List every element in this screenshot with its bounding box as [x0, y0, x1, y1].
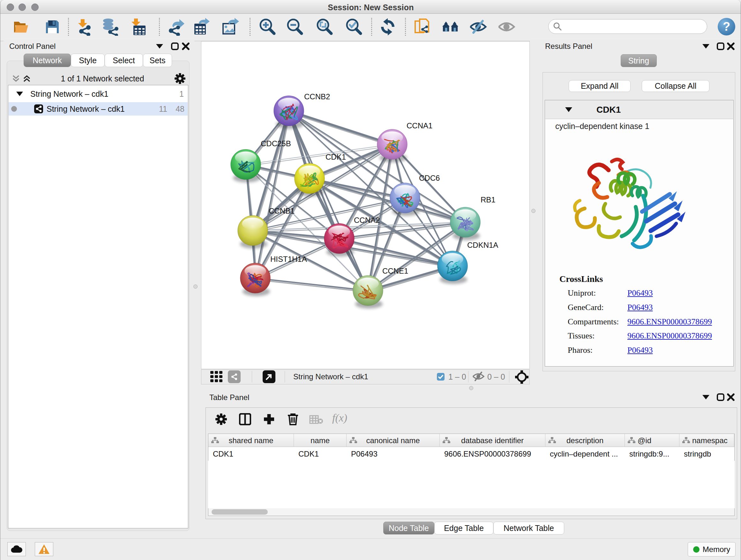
results-panel-maximize-icon[interactable] — [716, 42, 725, 51]
column-header-canonical-name[interactable]: canonical name — [347, 434, 440, 447]
zoom-in-icon[interactable] — [258, 17, 276, 36]
column-header-name[interactable]: name — [294, 434, 347, 447]
control-panel-close-icon[interactable] — [181, 42, 191, 51]
application-window: Session: New Session — [0, 0, 741, 560]
table-hscrollbar-thumb[interactable] — [212, 509, 268, 515]
import-table-file-icon[interactable] — [129, 17, 147, 36]
network-node-CDKN1A — [437, 251, 468, 284]
column-header-database-identifier[interactable]: database identifier — [440, 434, 545, 447]
tab-sets[interactable]: Sets — [143, 54, 172, 67]
netbar-separator — [509, 371, 509, 382]
warning-button[interactable] — [35, 542, 53, 556]
show-all-icon[interactable] — [442, 17, 460, 36]
control-panel-maximize-icon[interactable] — [170, 42, 180, 51]
export-table-icon[interactable] — [193, 17, 211, 36]
expand-all-button[interactable]: Expand All — [569, 80, 630, 92]
column-type-icon — [442, 437, 451, 444]
memory-button[interactable]: Memory — [688, 542, 736, 557]
open-file-icon[interactable] — [12, 17, 30, 36]
expand-all-networks-icon[interactable] — [23, 74, 31, 83]
export-network-icon[interactable] — [168, 17, 186, 36]
node-label-HIST1H1A: HIST1H1A — [270, 255, 307, 263]
open-in-window-icon[interactable] — [263, 370, 275, 383]
collection-expander-icon[interactable] — [16, 91, 23, 96]
netbar-separator — [285, 371, 285, 382]
tab-node-table[interactable]: Node Table — [383, 522, 434, 535]
network-options-gear-icon[interactable] — [175, 73, 185, 84]
crosslink-value[interactable]: 9606.ENSP00000378699 — [627, 317, 712, 327]
column-header-shared-name[interactable]: shared name — [208, 434, 294, 447]
import-network-database-icon[interactable] — [100, 17, 118, 36]
cloud-button[interactable] — [7, 542, 26, 556]
table-options-gear-icon[interactable] — [215, 414, 227, 425]
birdseye-grid-icon[interactable] — [210, 371, 222, 382]
delete-table-icon — [309, 415, 323, 424]
table-cell[interactable]: stringdb — [684, 448, 732, 460]
table-panel-close-icon[interactable] — [726, 392, 736, 402]
clone-network-icon[interactable] — [414, 17, 432, 36]
bottom-splitter-handle[interactable] — [469, 386, 473, 390]
selected-nodes-checkbox[interactable] — [437, 373, 445, 381]
results-panel-title: Results Panel — [545, 42, 592, 51]
gene-section-header[interactable] — [545, 100, 733, 119]
column-header-label: @id — [637, 436, 651, 445]
export-image-icon[interactable] — [222, 17, 240, 36]
control-panel-float-icon[interactable] — [155, 42, 164, 51]
tab-string[interactable]: String — [621, 54, 657, 67]
tab-edge-table[interactable]: Edge Table — [434, 522, 493, 535]
zoom-selected-icon[interactable] — [345, 17, 362, 36]
network-share-icon[interactable] — [228, 370, 241, 383]
hide-selected-icon[interactable] — [469, 17, 487, 36]
show-column-selector-icon[interactable] — [239, 413, 251, 425]
table-cell[interactable]: 9606.ENSP00000378699 — [444, 448, 543, 460]
search-field[interactable] — [548, 19, 707, 34]
save-session-icon[interactable] — [44, 17, 61, 36]
crosslink-value[interactable]: P06493 — [627, 346, 653, 355]
gene-name: CDK1 — [596, 105, 621, 115]
tab-select[interactable]: Select — [105, 54, 143, 67]
results-panel-float-icon[interactable] — [701, 42, 711, 51]
crosshair-icon[interactable] — [515, 370, 529, 384]
table-cell[interactable]: stringdb:9... — [629, 448, 677, 460]
network-type-icon — [34, 105, 43, 113]
tab-network[interactable]: Network — [23, 54, 71, 67]
import-network-file-icon[interactable] — [74, 17, 92, 36]
table-panel-maximize-icon[interactable] — [716, 392, 725, 402]
results-panel-close-icon[interactable] — [726, 42, 736, 51]
left-splitter-handle[interactable] — [193, 285, 198, 289]
gene-expander-icon[interactable] — [565, 107, 572, 112]
column-header-label: canonical name — [366, 436, 420, 445]
crosslink-value[interactable]: P06493 — [627, 303, 653, 312]
refresh-icon[interactable] — [379, 17, 397, 36]
table-cell[interactable]: CDK1 — [298, 448, 345, 460]
table-cell[interactable]: CDK1 — [213, 448, 292, 460]
table-hscrollbar[interactable] — [208, 508, 734, 516]
tab-style[interactable]: Style — [71, 54, 105, 67]
column-header-label: shared name — [228, 436, 273, 445]
delete-column-icon[interactable] — [287, 413, 299, 426]
crosslink-value[interactable]: 9606.ENSP00000378699 — [627, 331, 712, 341]
network-node-CDC25B — [231, 149, 261, 182]
help-icon[interactable]: ? — [718, 18, 735, 36]
zoom-fit-icon[interactable] — [315, 17, 333, 36]
tab-network-table[interactable]: Network Table — [493, 522, 564, 535]
add-column-icon[interactable] — [263, 413, 275, 426]
zoom-out-icon[interactable] — [286, 17, 304, 36]
column-header--id[interactable]: @id — [625, 434, 679, 447]
table-panel-float-icon[interactable] — [701, 392, 711, 402]
toolbar-separator — [405, 18, 406, 36]
network-canvas[interactable]: CCNB2CCNA1CDC25BCDK1CDC6RB1CCNB1CCNA2CDK… — [201, 41, 530, 369]
crosslink-value[interactable]: P06493 — [627, 288, 653, 298]
table-cell[interactable]: P06493 — [351, 448, 438, 460]
collapse-all-button[interactable]: Collapse All — [642, 80, 710, 92]
column-header-description[interactable]: description — [545, 434, 625, 447]
hidden-eye-icon[interactable] — [472, 372, 485, 381]
search-input[interactable] — [562, 22, 699, 30]
window-title: Session: New Session — [0, 3, 741, 12]
column-header-namespac[interactable]: namespac — [679, 434, 734, 447]
collapse-all-networks-icon[interactable] — [12, 74, 20, 83]
netbar-separator — [252, 371, 252, 382]
right-splitter-handle[interactable] — [531, 209, 536, 213]
show-hide-icon[interactable] — [497, 17, 515, 36]
table-cell[interactable]: cyclin–dependent ... — [550, 448, 623, 460]
